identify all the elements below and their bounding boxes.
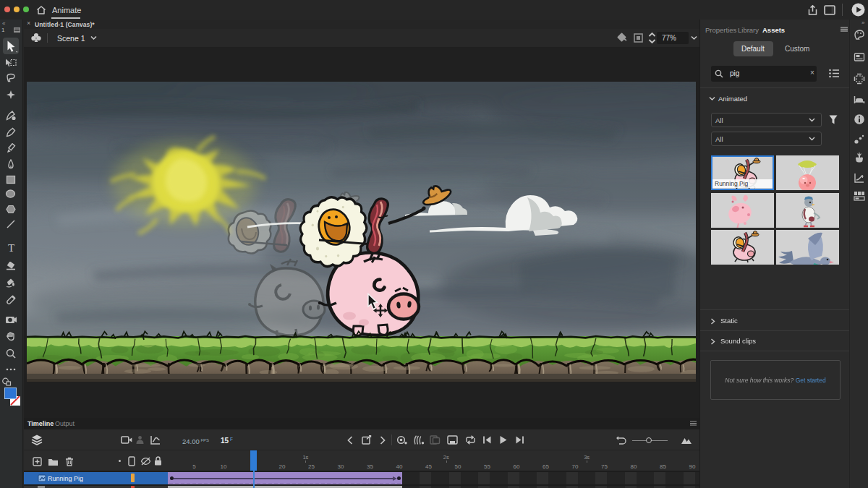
svg-text:T: T bbox=[7, 242, 14, 253]
